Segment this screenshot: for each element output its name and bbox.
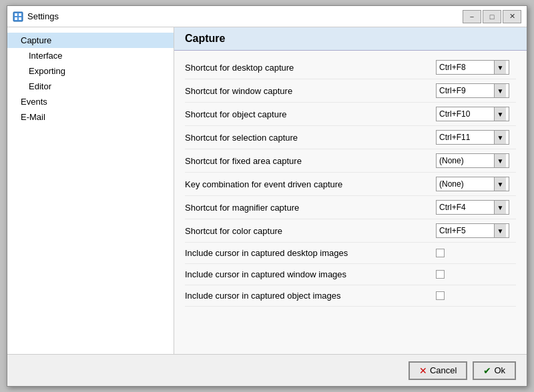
setting-row-color-capture: Shortcut for color captureCtrl+F5▼ [185,219,516,243]
setting-row-cursor-desktop: Include cursor in captured desktop image… [185,243,516,264]
setting-row-magnifier-capture: Shortcut for magnifier captureCtrl+F4▼ [185,196,516,219]
dropdown-value-object-capture: Ctrl+F10 [439,109,494,119]
svg-rect-3 [15,17,17,20]
dropdown-desktop-capture[interactable]: Ctrl+F8▼ [436,60,509,75]
setting-control-fixed-area-capture: (None)▼ [436,153,516,168]
sidebar-item-editor[interactable]: Editor [7,79,174,94]
main-panel: Capture Shortcut for desktop captureCtrl… [174,27,527,354]
minimize-button[interactable]: − [463,10,481,23]
cancel-icon: ✕ [419,365,427,376]
svg-rect-1 [15,13,17,16]
setting-control-desktop-capture: Ctrl+F8▼ [436,60,516,75]
dropdown-value-event-driven-capture: (None) [439,179,494,189]
dropdown-value-desktop-capture: Ctrl+F8 [439,63,494,72]
dropdown-object-capture[interactable]: Ctrl+F10▼ [436,107,509,121]
ok-label: Ok [494,365,505,375]
settings-body[interactable]: Shortcut for desktop captureCtrl+F8▼Shor… [174,51,527,354]
setting-control-selection-capture: Ctrl+F11▼ [436,130,516,145]
dropdown-event-driven-capture[interactable]: (None)▼ [436,177,509,191]
setting-control-cursor-desktop [436,249,516,257]
sidebar-item-capture[interactable]: Capture [7,33,174,48]
settings-window: Settings − □ ✕ CaptureInterfaceExporting… [7,5,527,387]
setting-label-fixed-area-capture: Shortcut for fixed area capture [185,156,436,166]
dropdown-arrow-fixed-area-capture: ▼ [494,154,506,167]
cancel-label: Cancel [430,365,457,375]
checkbox-cursor-object[interactable] [436,291,445,300]
dropdown-arrow-color-capture: ▼ [494,224,506,237]
setting-control-color-capture: Ctrl+F5▼ [436,223,516,238]
dropdown-value-window-capture: Ctrl+F9 [439,86,494,95]
dropdown-magnifier-capture[interactable]: Ctrl+F4▼ [436,200,509,215]
close-button[interactable]: ✕ [503,10,521,23]
setting-row-selection-capture: Shortcut for selection captureCtrl+F11▼ [185,126,516,149]
setting-control-cursor-window [436,270,516,279]
sidebar: CaptureInterfaceExportingEditorEventsE-M… [7,27,174,354]
setting-label-cursor-window: Include cursor in captured window images [185,269,436,279]
ok-icon: ✔ [483,365,491,376]
svg-rect-2 [19,13,21,16]
content-area: CaptureInterfaceExportingEditorEventsE-M… [7,27,527,354]
setting-row-fixed-area-capture: Shortcut for fixed area capture(None)▼ [185,149,516,173]
window-controls: − □ ✕ [463,10,521,23]
dropdown-arrow-selection-capture: ▼ [494,131,506,144]
dropdown-value-selection-capture: Ctrl+F11 [439,133,494,142]
setting-label-object-capture: Shortcut for object capture [185,109,436,119]
section-header: Capture [174,27,527,51]
dropdown-arrow-magnifier-capture: ▼ [494,201,506,214]
setting-row-cursor-window: Include cursor in captured window images [185,264,516,285]
window-title: Settings [27,11,463,21]
dropdown-arrow-event-driven-capture: ▼ [494,177,506,191]
sidebar-item-email[interactable]: E-Mail [7,109,174,125]
ok-button[interactable]: ✔ Ok [473,361,516,380]
setting-label-selection-capture: Shortcut for selection capture [185,133,436,143]
setting-control-object-capture: Ctrl+F10▼ [436,107,516,121]
setting-control-event-driven-capture: (None)▼ [436,177,516,191]
sidebar-item-events[interactable]: Events [7,94,174,109]
dropdown-arrow-object-capture: ▼ [494,107,506,121]
setting-row-object-capture: Shortcut for object captureCtrl+F10▼ [185,103,516,126]
setting-control-window-capture: Ctrl+F9▼ [436,83,516,98]
setting-control-cursor-object [436,291,516,300]
dropdown-color-capture[interactable]: Ctrl+F5▼ [436,223,509,238]
setting-label-magnifier-capture: Shortcut for magnifier capture [185,203,436,213]
setting-label-desktop-capture: Shortcut for desktop capture [185,63,436,73]
sidebar-item-interface[interactable]: Interface [7,48,174,63]
setting-row-desktop-capture: Shortcut for desktop captureCtrl+F8▼ [185,56,516,79]
footer: ✕ Cancel ✔ Ok [7,354,527,386]
maximize-button[interactable]: □ [483,10,501,23]
dropdown-fixed-area-capture[interactable]: (None)▼ [436,153,509,168]
dropdown-selection-capture[interactable]: Ctrl+F11▼ [436,130,509,145]
titlebar: Settings − □ ✕ [7,6,527,27]
dropdown-value-magnifier-capture: Ctrl+F4 [439,203,494,212]
setting-label-window-capture: Shortcut for window capture [185,86,436,96]
setting-control-magnifier-capture: Ctrl+F4▼ [436,200,516,215]
setting-label-cursor-object: Include cursor in captured object images [185,291,436,301]
setting-label-color-capture: Shortcut for color capture [185,226,436,236]
checkbox-cursor-window[interactable] [436,270,445,279]
dropdown-arrow-window-capture: ▼ [494,84,506,97]
svg-rect-4 [19,17,21,20]
setting-row-window-capture: Shortcut for window captureCtrl+F9▼ [185,79,516,103]
app-icon [13,11,23,22]
section-title: Capture [185,33,516,45]
dropdown-arrow-desktop-capture: ▼ [494,61,506,74]
dropdown-value-color-capture: Ctrl+F5 [439,226,494,235]
setting-row-event-driven-capture: Key combination for event driven capture… [185,173,516,196]
checkbox-cursor-desktop[interactable] [436,249,445,257]
setting-row-cursor-object: Include cursor in captured object images [185,285,516,307]
cancel-button[interactable]: ✕ Cancel [409,361,467,380]
setting-label-event-driven-capture: Key combination for event driven capture [185,179,436,189]
dropdown-window-capture[interactable]: Ctrl+F9▼ [436,83,509,98]
dropdown-value-fixed-area-capture: (None) [439,156,494,165]
setting-label-cursor-desktop: Include cursor in captured desktop image… [185,248,436,258]
sidebar-item-exporting[interactable]: Exporting [7,63,174,79]
